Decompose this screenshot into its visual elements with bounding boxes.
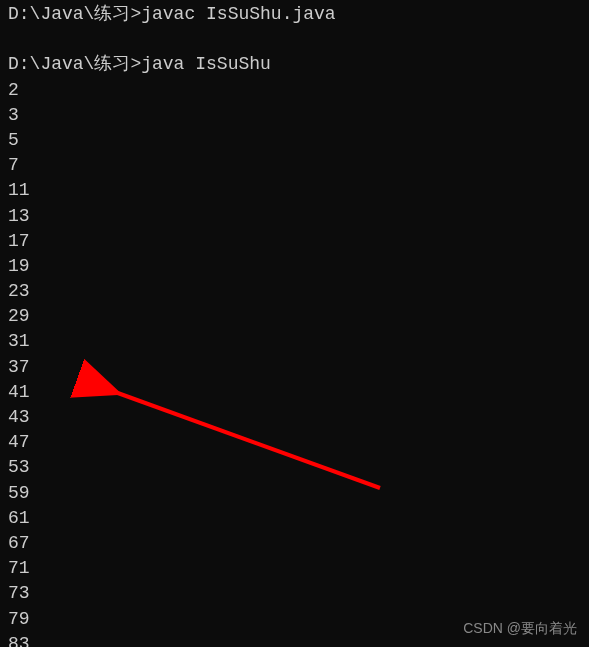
- output-line: 11: [8, 178, 581, 203]
- prompt-1: D:\Java\练习>: [8, 4, 141, 24]
- prompt-2: D:\Java\练习>: [8, 54, 141, 74]
- output-list: 2357111317192329313741434753596167717379…: [8, 78, 581, 647]
- command-1: javac IsSuShu.java: [141, 4, 335, 24]
- output-line: 17: [8, 229, 581, 254]
- output-line: 19: [8, 254, 581, 279]
- output-line: 31: [8, 329, 581, 354]
- output-line: 71: [8, 556, 581, 581]
- output-line: 67: [8, 531, 581, 556]
- terminal-output: D:\Java\练习>javac IsSuShu.java D:\Java\练习…: [8, 2, 581, 647]
- output-line: 3: [8, 103, 581, 128]
- output-line: 47: [8, 430, 581, 455]
- command-2: java IsSuShu: [141, 54, 271, 74]
- output-line: 2: [8, 78, 581, 103]
- watermark-text: CSDN @要向着光: [463, 619, 577, 639]
- output-line: 53: [8, 455, 581, 480]
- output-line: 13: [8, 204, 581, 229]
- command-line-2: D:\Java\练习>java IsSuShu: [8, 52, 581, 77]
- output-line: 7: [8, 153, 581, 178]
- blank-line: [8, 27, 581, 52]
- output-line: 29: [8, 304, 581, 329]
- output-line: 61: [8, 506, 581, 531]
- output-line: 43: [8, 405, 581, 430]
- output-line: 5: [8, 128, 581, 153]
- command-line-1: D:\Java\练习>javac IsSuShu.java: [8, 2, 581, 27]
- output-line: 73: [8, 581, 581, 606]
- output-line: 37: [8, 355, 581, 380]
- output-line: 23: [8, 279, 581, 304]
- output-line: 41: [8, 380, 581, 405]
- output-line: 59: [8, 481, 581, 506]
